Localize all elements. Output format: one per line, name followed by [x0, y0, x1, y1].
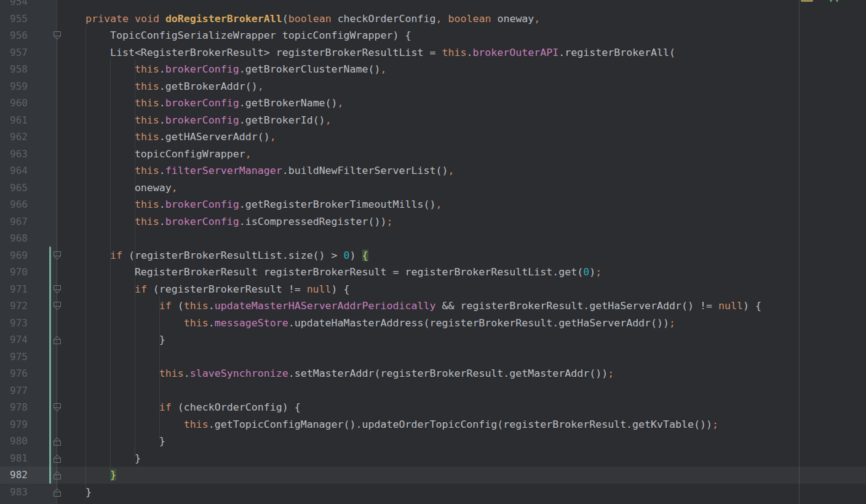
code-line-962[interactable]: 962 this.getHAServerAddr(), [0, 128, 866, 146]
code-line-965[interactable]: 965 oneway, [0, 179, 866, 197]
code-text[interactable]: this.getBrokerAddr(), [61, 78, 264, 95]
fold-end-icon[interactable] [53, 487, 62, 497]
code-line-967[interactable]: 967 this.brokerConfig.isCompressedRegist… [0, 213, 866, 230]
line-number[interactable]: 957 [0, 44, 28, 61]
code-text[interactable]: } [61, 467, 116, 484]
code-line-960[interactable]: 960 this.brokerConfig.getBrokerName(), [0, 95, 866, 112]
code-line-983[interactable]: 983 } [0, 484, 866, 501]
code-text[interactable]: this.brokerConfig.getBrokerName(), [61, 95, 344, 112]
code-text[interactable]: this.brokerConfig.getBrokerClusterName()… [61, 61, 387, 78]
code-text[interactable]: } [61, 484, 92, 501]
code-line-957[interactable]: 957 List<RegisterBrokerResult> registerB… [0, 44, 866, 61]
fold-end-icon[interactable] [53, 470, 62, 480]
line-number[interactable]: 955 [0, 10, 28, 28]
fold-collapse-icon[interactable] [53, 251, 62, 261]
line-number[interactable]: 966 [0, 196, 28, 213]
code-line-956[interactable]: 956 TopicConfigSerializeWrapper topicCon… [0, 27, 866, 44]
code-line-979[interactable]: 979 this.getTopicConfigManager().updateO… [0, 416, 866, 433]
code-line-976[interactable]: 976 this.slaveSynchronize.setMasterAddr(… [0, 365, 866, 382]
code-text[interactable]: if (this.updateMasterHAServerAddrPeriodi… [61, 297, 761, 315]
code-line-982[interactable]: 982 } [0, 467, 866, 484]
fold-end-icon[interactable] [53, 436, 62, 446]
code-token: ) [589, 266, 595, 278]
code-line-958[interactable]: 958 this.brokerConfig.getBrokerClusterNa… [0, 61, 866, 78]
code-line-981[interactable]: 981 } [0, 450, 866, 467]
code-text[interactable]: this.getTopicConfigManager().updateOrder… [61, 416, 718, 433]
code-text[interactable]: oneway, [61, 179, 178, 197]
inspection-widget-icon[interactable] [801, 0, 813, 2]
code-line-969[interactable]: 969 if (registerBrokerResultList.size() … [0, 247, 866, 264]
code-line-955[interactable]: 955 private void doRegisterBrokerAll(boo… [0, 10, 866, 28]
line-number[interactable]: 968 [0, 230, 28, 247]
code-text[interactable]: this.brokerConfig.isCompressedRegister()… [61, 213, 393, 230]
line-number[interactable]: 975 [0, 348, 28, 366]
code-line-963[interactable]: 963 topicConfigWrapper, [0, 146, 866, 163]
code-text[interactable]: List<RegisterBrokerResult> registerBroke… [61, 44, 675, 61]
code-text[interactable]: this.slaveSynchronize.setMasterAddr(regi… [61, 365, 614, 382]
line-number[interactable]: 958 [0, 61, 28, 78]
line-number[interactable]: 973 [0, 315, 28, 332]
line-number[interactable]: 983 [0, 484, 28, 501]
code-token: slaveSynchronize [190, 368, 288, 379]
line-number[interactable]: 979 [0, 416, 28, 433]
line-number[interactable]: 970 [0, 264, 28, 281]
fold-end-icon[interactable] [53, 335, 62, 345]
code-line-975[interactable]: 975 [0, 348, 866, 366]
code-text[interactable]: } [61, 331, 165, 348]
line-number[interactable]: 978 [0, 399, 28, 416]
fold-collapse-icon[interactable] [53, 285, 62, 294]
code-line-978[interactable]: 978 if (checkOrderConfig) { [0, 399, 866, 416]
line-number[interactable]: 981 [0, 450, 28, 467]
line-number[interactable]: 956 [0, 27, 28, 44]
line-number[interactable]: 972 [0, 297, 28, 315]
fold-end-icon[interactable] [53, 454, 62, 463]
code-line-977[interactable]: 977 [0, 382, 866, 400]
code-line-980[interactable]: 980 } [0, 433, 866, 450]
code-text[interactable]: } [61, 433, 165, 450]
code-line-968[interactable]: 968 [0, 230, 866, 247]
line-number[interactable]: 977 [0, 382, 28, 400]
code-text[interactable]: TopicConfigSerializeWrapper topicConfigW… [61, 27, 411, 44]
code-line-954[interactable]: 954 [0, 0, 866, 10]
code-line-971[interactable]: 971 if (registerBrokerResult != null) { [0, 281, 866, 298]
line-number[interactable]: 965 [0, 179, 28, 197]
line-number[interactable]: 954 [0, 0, 28, 10]
line-number[interactable]: 960 [0, 95, 28, 112]
line-number[interactable]: 961 [0, 112, 28, 129]
code-line-970[interactable]: 970 RegisterBrokerResult registerBrokerR… [0, 264, 866, 281]
inspection-ok-icon[interactable] [828, 0, 841, 4]
code-text[interactable]: this.brokerConfig.getRegisterBrokerTimeo… [61, 196, 442, 213]
line-number[interactable]: 974 [0, 331, 28, 348]
code-line-972[interactable]: 972 if (this.updateMasterHAServerAddrPer… [0, 297, 866, 315]
line-number[interactable]: 964 [0, 162, 28, 179]
line-number[interactable]: 962 [0, 128, 28, 146]
code-text[interactable]: RegisterBrokerResult registerBrokerResul… [61, 264, 602, 281]
line-number[interactable]: 967 [0, 213, 28, 230]
code-line-973[interactable]: 973 this.messageStore.updateHaMasterAddr… [0, 315, 866, 332]
code-text[interactable]: this.messageStore.updateHaMasterAddress(… [61, 315, 675, 332]
code-text[interactable]: if (checkOrderConfig) { [61, 399, 301, 416]
code-line-964[interactable]: 964 this.filterServerManager.buildNewFil… [0, 162, 866, 179]
code-text[interactable]: private void doRegisterBrokerAll(boolean… [61, 10, 540, 28]
line-number[interactable]: 959 [0, 78, 28, 95]
fold-collapse-icon[interactable] [53, 301, 62, 311]
line-number[interactable]: 982 [0, 467, 28, 484]
line-number[interactable]: 976 [0, 365, 28, 382]
code-text[interactable]: topicConfigWrapper, [61, 146, 252, 163]
code-text[interactable]: this.brokerConfig.getBrokerId(), [61, 112, 332, 129]
line-number[interactable]: 963 [0, 146, 28, 163]
code-text[interactable]: if (registerBrokerResultList.size() > 0)… [61, 247, 368, 264]
line-number[interactable]: 969 [0, 247, 28, 264]
code-text[interactable]: this.filterServerManager.buildNewFilterS… [61, 162, 454, 179]
code-line-966[interactable]: 966 this.brokerConfig.getRegisterBrokerT… [0, 196, 866, 213]
line-number[interactable]: 980 [0, 433, 28, 450]
code-line-974[interactable]: 974 } [0, 331, 866, 348]
fold-collapse-icon[interactable] [53, 403, 62, 412]
code-text[interactable]: if (registerBrokerResult != null) { [61, 281, 350, 298]
line-number[interactable]: 971 [0, 281, 28, 298]
fold-collapse-icon[interactable] [53, 31, 62, 41]
code-line-959[interactable]: 959 this.getBrokerAddr(), [0, 78, 866, 95]
code-text[interactable]: } [61, 450, 141, 467]
code-line-961[interactable]: 961 this.brokerConfig.getBrokerId(), [0, 112, 866, 129]
code-text[interactable]: this.getHAServerAddr(), [61, 128, 276, 146]
